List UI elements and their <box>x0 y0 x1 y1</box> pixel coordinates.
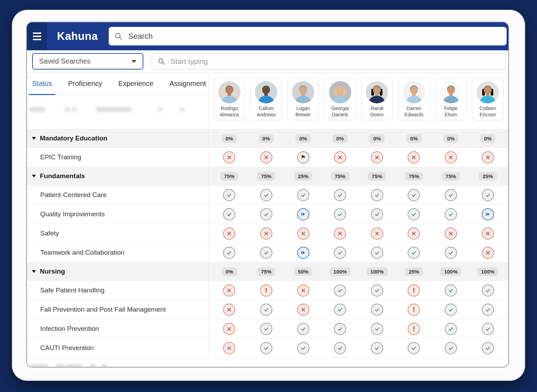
check-status-icon[interactable] <box>260 208 272 220</box>
check-status-icon[interactable] <box>297 342 309 354</box>
check-status-icon[interactable] <box>445 342 457 354</box>
x-status-icon[interactable] <box>223 342 235 354</box>
collapse-triangle-icon[interactable] <box>32 270 36 273</box>
check-status-icon[interactable] <box>334 189 346 201</box>
check-status-icon[interactable] <box>260 342 272 354</box>
avatar <box>403 81 425 103</box>
person-card-randi-doorn[interactable]: RandiDoorn <box>361 78 393 120</box>
x-status-icon[interactable] <box>482 151 494 164</box>
check-status-icon[interactable] <box>445 323 457 335</box>
check-status-icon[interactable] <box>297 323 309 335</box>
check-status-icon[interactable] <box>371 247 383 259</box>
check-status-icon[interactable] <box>223 208 235 220</box>
check-status-icon[interactable] <box>334 323 346 335</box>
check-status-icon[interactable] <box>371 284 383 297</box>
play-status-icon[interactable] <box>482 208 494 220</box>
x-status-icon[interactable] <box>371 227 383 240</box>
tab-status[interactable]: Status <box>32 73 52 95</box>
skill-row: EPIC Training⚑ <box>27 147 508 167</box>
x-status-icon[interactable] <box>223 284 235 297</box>
check-status-icon[interactable] <box>408 342 420 354</box>
person-card-callum-andrews[interactable]: CallumAndrews <box>250 78 282 120</box>
person-card-darren-edwards[interactable]: DarrenEdwards <box>398 78 430 120</box>
person-card-georgia-daniels[interactable]: GeorgiaDaniels <box>324 78 356 120</box>
check-status-icon[interactable] <box>371 323 383 335</box>
x-status-icon[interactable] <box>297 284 309 297</box>
x-status-icon[interactable] <box>223 227 235 240</box>
alert-status-icon[interactable]: ! <box>260 284 272 297</box>
x-status-icon[interactable] <box>445 151 457 164</box>
x-status-icon[interactable] <box>223 323 235 335</box>
x-status-icon[interactable] <box>408 151 420 164</box>
x-status-icon[interactable] <box>297 304 309 316</box>
x-status-icon[interactable] <box>371 151 383 164</box>
collapse-triangle-icon[interactable] <box>32 137 36 140</box>
x-status-icon[interactable] <box>223 304 235 316</box>
x-status-icon[interactable] <box>223 151 235 164</box>
check-status-icon[interactable] <box>223 189 235 201</box>
check-status-icon[interactable] <box>334 342 346 354</box>
x-status-icon[interactable] <box>334 151 346 164</box>
x-status-icon[interactable] <box>482 247 494 259</box>
check-status-icon[interactable] <box>260 189 272 201</box>
play-status-icon[interactable] <box>297 247 309 259</box>
check-status-icon[interactable] <box>334 304 346 316</box>
check-status-icon[interactable] <box>482 284 494 297</box>
check-status-icon[interactable] <box>482 189 494 201</box>
person-card-colleen-ericson[interactable]: ColleenEricson <box>472 78 503 120</box>
x-status-icon[interactable] <box>260 151 272 164</box>
saved-searches-dropdown[interactable]: Saved Searches <box>32 53 143 70</box>
person-card-rodrigo-almanza[interactable]: RodrigoAlmanza <box>214 78 245 120</box>
play-status-icon[interactable] <box>297 208 309 220</box>
check-status-icon[interactable] <box>260 247 272 259</box>
check-status-icon[interactable] <box>445 189 457 201</box>
tab-proficiency[interactable]: Proficiency <box>68 73 102 95</box>
check-status-icon[interactable] <box>334 284 346 297</box>
flag-status-icon[interactable]: ⚑ <box>297 151 309 164</box>
person-card-felipe-elson[interactable]: FelipeElson <box>435 78 467 120</box>
row-values: 75%75%25%75%75%75%75%25% <box>209 167 508 185</box>
x-status-icon[interactable] <box>408 227 420 240</box>
x-status-icon[interactable] <box>482 227 494 240</box>
blurred-text <box>158 107 162 112</box>
x-status-icon[interactable] <box>334 227 346 240</box>
alert-status-icon[interactable]: ! <box>408 304 420 316</box>
blurred-filter-row <box>27 95 208 129</box>
skill-row: Patient-Centered Care <box>27 185 508 204</box>
check-status-icon[interactable] <box>408 208 420 220</box>
check-status-icon[interactable] <box>482 342 494 354</box>
x-status-icon[interactable] <box>297 227 309 240</box>
filter-search-bar[interactable] <box>152 53 506 70</box>
check-status-icon[interactable] <box>260 323 272 335</box>
check-status-icon[interactable] <box>445 247 457 259</box>
x-status-icon[interactable] <box>260 227 272 240</box>
check-status-icon[interactable] <box>334 208 346 220</box>
check-status-icon[interactable] <box>445 284 457 297</box>
check-status-icon[interactable] <box>408 189 420 201</box>
check-status-icon[interactable] <box>297 189 309 201</box>
check-status-icon[interactable] <box>260 304 272 316</box>
check-status-icon[interactable] <box>482 323 494 335</box>
completion-percent-badge: 75% <box>220 172 238 181</box>
hamburger-menu-button[interactable] <box>27 22 47 50</box>
collapse-triangle-icon[interactable] <box>32 175 36 177</box>
alert-status-icon[interactable]: ! <box>408 323 420 335</box>
tab-experience[interactable]: Experience <box>119 73 153 95</box>
tab-assignment[interactable]: Assignment <box>170 73 206 95</box>
alert-status-icon[interactable]: ! <box>408 284 420 297</box>
check-status-icon[interactable] <box>445 208 457 220</box>
check-status-icon[interactable] <box>482 304 494 316</box>
person-card-logan-brewer[interactable]: LoganBrewer <box>287 78 319 120</box>
check-status-icon[interactable] <box>334 247 346 259</box>
check-status-icon[interactable] <box>371 189 383 201</box>
global-search-bar[interactable] <box>109 27 507 45</box>
check-status-icon[interactable] <box>223 247 235 259</box>
x-status-icon[interactable] <box>445 227 457 240</box>
check-status-icon[interactable] <box>371 342 383 354</box>
check-status-icon[interactable] <box>371 208 383 220</box>
check-status-icon[interactable] <box>408 247 420 259</box>
check-status-icon[interactable] <box>445 304 457 316</box>
check-status-icon[interactable] <box>371 304 383 316</box>
filter-search-input[interactable] <box>170 57 505 66</box>
global-search-input[interactable] <box>128 31 507 41</box>
